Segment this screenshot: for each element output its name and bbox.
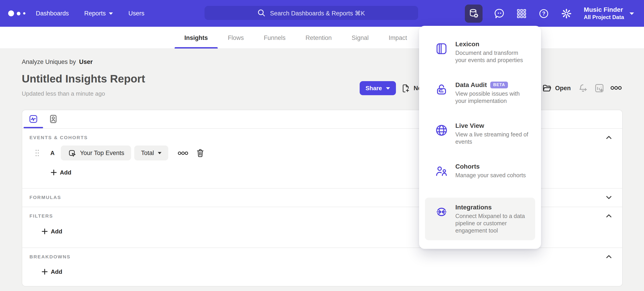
feedback-button[interactable] <box>494 8 505 19</box>
formulas-section-label: FORMULAS <box>30 194 61 200</box>
nav-users[interactable]: Users <box>128 10 144 17</box>
menu-item-description: Connect Mixpanel to a data pipeline or c… <box>455 213 532 235</box>
data-tools-button[interactable] <box>465 4 483 22</box>
chevron-up-icon <box>605 253 613 261</box>
events-collapse-button[interactable] <box>605 134 613 141</box>
row-more-options-icon[interactable] <box>178 151 188 155</box>
menu-item-title: Cohorts <box>455 163 480 170</box>
chevron-down-icon <box>386 87 390 89</box>
share-button[interactable]: Share <box>360 81 396 95</box>
settings-gear-icon <box>561 8 572 19</box>
primary-nav: Dashboards Reports Users <box>36 0 144 27</box>
new-report-icon <box>401 83 410 93</box>
menu-item-live-view[interactable]: Live View View a live streaming feed of … <box>425 116 535 157</box>
menu-item-title: Live View <box>455 122 484 129</box>
beta-badge: BETA <box>490 81 508 88</box>
menu-item-data-audit[interactable]: Data Audit BETA View possible issues wit… <box>425 75 535 116</box>
menu-item-description: Document and transform your events and p… <box>455 49 529 64</box>
add-breakdown-button[interactable]: Add <box>42 268 62 275</box>
cohorts-people-icon <box>435 163 448 192</box>
apps-grid-icon <box>517 8 527 18</box>
plus-icon <box>42 229 48 234</box>
user-profile-icon <box>48 114 58 124</box>
report-main: Analyze Uniques byUser Untitled Insights… <box>0 48 644 291</box>
formulas-expand-button[interactable] <box>605 194 613 201</box>
help-button[interactable]: ? <box>538 8 550 19</box>
tab-retention[interactable]: Retention <box>296 27 342 48</box>
menu-item-title: Data Audit <box>455 81 487 88</box>
tab-insights[interactable]: Insights <box>174 27 218 48</box>
tab-signal[interactable]: Signal <box>342 27 379 48</box>
settings-button[interactable] <box>561 8 572 19</box>
report-tabs-bar: Insights Flows Funnels Retention Signal … <box>0 27 644 49</box>
feedback-icon <box>494 8 505 19</box>
nav-reports[interactable]: Reports <box>84 10 113 17</box>
lexicon-book-icon <box>435 40 448 69</box>
chevron-up-icon <box>605 134 613 141</box>
search-icon <box>258 9 266 17</box>
more-options-button[interactable] <box>610 86 622 90</box>
menu-item-title: Integrations <box>455 204 492 211</box>
chevron-down-icon <box>605 194 613 201</box>
project-name: Music Finder <box>584 6 624 14</box>
topbar-actions: ? Music Finder All Project Data <box>465 0 634 27</box>
live-view-globe-icon <box>435 122 448 151</box>
event-name: Your Top Events <box>80 150 124 156</box>
event-click-icon <box>68 149 76 157</box>
events-view-tab[interactable] <box>28 114 38 124</box>
top-navigation-bar: Dashboards Reports Users Search Dashboar… <box>0 0 644 27</box>
menu-item-description: View possible issues with your implement… <box>455 90 532 105</box>
tab-funnels[interactable]: Funnels <box>254 27 296 48</box>
integrations-sync-icon <box>435 204 448 235</box>
analyze-selector[interactable]: Analyze Uniques byUser <box>22 58 93 65</box>
profiles-view-tab[interactable] <box>48 114 58 124</box>
metric-selector-button[interactable]: Total <box>134 145 168 160</box>
open-report-button[interactable]: Open <box>542 81 571 95</box>
add-to-board-button[interactable] <box>594 83 604 93</box>
project-scope: All Project Data <box>584 14 624 21</box>
filters-collapse-button[interactable] <box>605 212 613 220</box>
search-input[interactable]: Search Dashboards & Reports ⌘K <box>204 6 418 20</box>
breakdowns-collapse-button[interactable] <box>605 253 613 261</box>
help-icon: ? <box>538 8 550 19</box>
mixpanel-logo[interactable] <box>8 0 26 27</box>
events-section-label: EVENTS & COHORTS <box>30 135 88 140</box>
nav-dashboards[interactable]: Dashboards <box>36 10 69 17</box>
menu-item-title: Lexicon <box>455 40 479 48</box>
filters-section-label: FILTERS <box>30 213 53 219</box>
project-selector[interactable]: Music Finder All Project Data <box>584 6 634 21</box>
analyze-prefix: Analyze Uniques by <box>22 58 76 65</box>
metric-name: Total <box>141 150 154 156</box>
menu-item-integrations[interactable]: Integrations Connect Mixpanel to a data … <box>425 198 535 241</box>
more-options-icon <box>610 86 622 90</box>
drag-handle-icon[interactable] <box>35 149 40 157</box>
alert-bell-add-icon <box>578 83 588 93</box>
chevron-down-icon <box>109 12 113 15</box>
query-row-letter: A <box>50 150 55 156</box>
add-event-button[interactable]: Add <box>51 169 72 176</box>
apps-grid-button[interactable] <box>517 8 527 18</box>
mixpanel-app: Dashboards Reports Users Search Dashboar… <box>0 0 644 291</box>
chevron-down-icon <box>630 12 634 15</box>
delete-row-icon[interactable] <box>196 148 204 158</box>
tab-flows[interactable]: Flows <box>218 27 254 48</box>
create-alert-button[interactable] <box>578 83 588 93</box>
chevron-down-icon <box>158 152 161 154</box>
menu-item-description: Manage your saved cohorts <box>455 172 526 179</box>
tab-impact[interactable]: Impact <box>379 27 417 48</box>
insights-pulse-icon <box>28 114 38 124</box>
data-audit-lock-icon <box>435 81 448 110</box>
menu-item-cohorts[interactable]: Cohorts Manage your saved cohorts <box>425 157 535 198</box>
breakdowns-section-label: BREAKDOWNS <box>30 254 70 259</box>
data-tools-dropdown: Lexicon Document and transform your even… <box>419 26 541 249</box>
active-view-underline <box>24 127 43 128</box>
chevron-up-icon <box>605 212 613 220</box>
svg-text:?: ? <box>542 10 546 16</box>
search-placeholder: Search Dashboards & Reports ⌘K <box>270 9 365 16</box>
query-row-a: A Your Top Events Total <box>35 145 204 160</box>
data-tools-icon <box>468 8 479 19</box>
event-selector-button[interactable]: Your Top Events <box>61 145 131 160</box>
menu-item-lexicon[interactable]: Lexicon Document and transform your even… <box>425 34 535 75</box>
add-filter-button[interactable]: Add <box>42 228 62 235</box>
analyze-value: User <box>79 58 93 65</box>
